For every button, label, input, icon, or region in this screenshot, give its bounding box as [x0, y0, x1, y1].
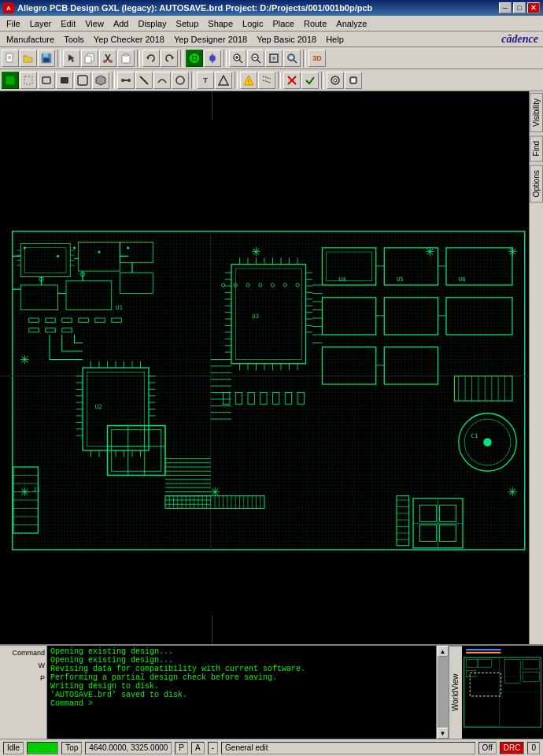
mode-status: General edit — [221, 742, 475, 754]
scroll-track[interactable] — [438, 657, 449, 728]
menu-layer[interactable]: Layer — [25, 17, 57, 30]
sep-status: - — [208, 742, 218, 754]
paste-button[interactable] — [117, 50, 135, 67]
svg-rect-38 — [61, 77, 68, 83]
route-add-button[interactable] — [204, 50, 221, 67]
console-line-3: Revising data for compatibility with cur… — [50, 665, 433, 673]
menu-help[interactable]: Help — [321, 33, 349, 46]
scroll-up-button[interactable]: ▲ — [438, 646, 449, 657]
redo-button[interactable] — [161, 50, 178, 67]
minimize-button[interactable]: ─ — [499, 2, 512, 13]
svg-line-51 — [263, 80, 271, 83]
arc-btn[interactable] — [153, 72, 171, 89]
menu-analyze[interactable]: Analyze — [331, 17, 371, 30]
layer-status: Top — [61, 742, 82, 754]
find-tab[interactable]: Find — [530, 135, 543, 161]
select-btn[interactable] — [20, 72, 37, 89]
text-btn[interactable]: T — [197, 72, 214, 89]
undo-button[interactable] — [142, 50, 160, 67]
idle-label: Idle — [7, 743, 20, 752]
svg-marker-6 — [68, 54, 75, 62]
sep-t2-1 — [112, 72, 115, 89]
svg-line-26 — [239, 60, 242, 63]
worldview-panel: WorldView — [449, 646, 543, 739]
separator5 — [303, 50, 306, 67]
svg-rect-35 — [6, 76, 15, 85]
shape-btn[interactable] — [74, 72, 91, 89]
number-label: 0 — [531, 743, 536, 752]
zoom-in-button[interactable] — [229, 50, 246, 67]
open-button[interactable] — [20, 50, 37, 67]
menu-edit[interactable]: Edit — [56, 17, 80, 30]
new-button[interactable] — [2, 50, 19, 67]
separator2 — [137, 50, 140, 67]
menu-shape[interactable]: Shape — [203, 17, 238, 30]
svg-rect-13 — [122, 55, 130, 63]
menu-logic[interactable]: Logic — [238, 17, 268, 30]
sep-t2-5 — [321, 72, 324, 89]
zoom-out-button[interactable] — [247, 50, 264, 67]
coords-status: 4640.0000, 3325.0000 — [85, 742, 172, 754]
pad-btn[interactable] — [345, 72, 362, 89]
sep-t2-3 — [235, 72, 238, 89]
copy-button[interactable] — [81, 50, 98, 67]
options-tab[interactable]: Options — [530, 165, 543, 202]
menu-file[interactable]: File — [2, 17, 25, 30]
console-scrollbar[interactable]: ▲ ▼ — [436, 646, 449, 739]
window-controls[interactable]: ─ □ ✕ — [499, 2, 540, 13]
svg-rect-305 — [13, 232, 525, 550]
menu-yep-checker[interactable]: Yep Checker 2018 — [89, 33, 169, 46]
3d-button[interactable]: 3D — [308, 50, 326, 67]
drc-btn[interactable]: ! — [240, 72, 257, 89]
drc-label: DRC — [504, 743, 521, 752]
save-button[interactable] — [38, 50, 55, 67]
zoom-fit-button[interactable] — [265, 50, 283, 67]
menu-tools[interactable]: Tools — [59, 33, 89, 46]
ratsnest-btn[interactable] — [258, 72, 275, 89]
maximize-button[interactable]: □ — [513, 2, 526, 13]
check-btn[interactable] — [301, 72, 319, 89]
line-btn[interactable] — [135, 72, 153, 89]
menu-yep-basic[interactable]: Yep Basic 2018 — [252, 33, 321, 46]
filled-rect-btn[interactable] — [56, 72, 73, 89]
p-status: P — [175, 742, 188, 754]
menu-display[interactable]: Display — [133, 17, 171, 30]
symbol-btn[interactable] — [215, 72, 232, 89]
cut-button[interactable] — [99, 50, 116, 67]
visibility-tab[interactable]: Visibility — [530, 93, 543, 132]
worldview-map[interactable] — [462, 646, 543, 739]
toolbar-secondary: T ! — [0, 69, 543, 91]
pcb-canvas[interactable]: ✳ ✳ ✳ ✳ ✳ ✳ ✳ — [0, 91, 529, 644]
menu-manufacture[interactable]: Manufacture — [2, 33, 59, 46]
svg-point-12 — [109, 60, 113, 63]
snap-button[interactable] — [186, 50, 203, 67]
svg-text:!: ! — [248, 79, 249, 84]
svg-line-34 — [294, 60, 297, 63]
pcb-artwork: ✳ ✳ ✳ ✳ ✳ ✳ ✳ — [0, 91, 529, 644]
pointer-button[interactable] — [63, 50, 80, 67]
console-line-7: Command > — [50, 699, 433, 708]
via-btn[interactable] — [327, 72, 344, 89]
menu-place[interactable]: Place — [268, 17, 299, 30]
menu-yep-designer[interactable]: Yep Designer 2018 — [169, 33, 252, 46]
menu-add[interactable]: Add — [109, 17, 134, 30]
sep-t2-2 — [191, 72, 194, 89]
console-line-5: Writing design to disk. — [50, 682, 433, 691]
circle-btn[interactable] — [172, 72, 189, 89]
rectangle-btn[interactable] — [38, 72, 55, 89]
console-line-4: Performing a partial design check before… — [50, 673, 433, 682]
zoom-area-button[interactable] — [283, 50, 301, 67]
close-button[interactable]: ✕ — [527, 2, 540, 13]
menu-view[interactable]: View — [80, 17, 109, 30]
console-output: Opening existing design... Opening exist… — [47, 646, 436, 739]
svg-rect-36 — [24, 76, 32, 84]
x-btn[interactable] — [283, 72, 301, 89]
svg-point-46 — [176, 76, 184, 84]
menu-setup[interactable]: Setup — [172, 17, 204, 30]
scroll-down-button[interactable]: ▼ — [438, 728, 449, 739]
menu-route[interactable]: Route — [299, 17, 331, 30]
filled-shape-btn[interactable] — [92, 72, 109, 89]
app-icon: A — [3, 2, 14, 13]
connect-btn[interactable] — [117, 72, 135, 89]
highlight-button[interactable] — [2, 72, 19, 89]
